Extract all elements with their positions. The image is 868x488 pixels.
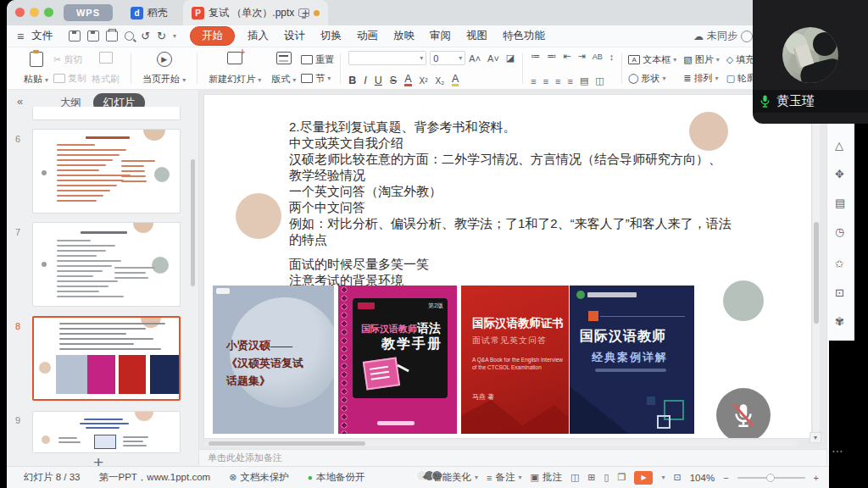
ribbon-tab-start[interactable]: 开始 [190,26,235,46]
normal-view-icon[interactable]: ◫ [570,472,579,483]
notes-button[interactable]: ≡备注▾ [487,471,521,484]
new-tab-button[interactable]: + [302,5,309,19]
italic-button[interactable]: I [364,75,366,86]
ribbon-tab-view[interactable]: 视图 [459,26,495,46]
align-left-icon[interactable]: ≡ [531,76,536,86]
new-slide-button[interactable]: 新建幻灯片 ▾ [203,50,266,87]
redo-icon[interactable]: ↻ [157,30,166,42]
reading-view-icon[interactable]: ▯ [604,472,609,483]
thumbnail-slide7[interactable] [32,222,181,307]
image-library-icon[interactable]: ▤ [835,197,845,209]
hscroll-thumb[interactable] [209,441,365,446]
hamburger-menu-icon[interactable]: ≡ [17,30,24,43]
print-icon[interactable] [106,30,118,42]
history-icon[interactable]: ◷ [835,225,844,238]
panel-scrollbar[interactable] [191,159,195,286]
decrease-indent-icon[interactable]: ⇤ [563,51,570,62]
collapse-panel-icon[interactable]: « [17,95,23,108]
columns-icon[interactable]: ◫ [595,75,604,86]
arrange-button[interactable]: ≣排列 ▾ [683,72,719,85]
increase-indent-icon[interactable]: ⇥ [577,51,585,62]
distribute-icon[interactable]: ▤ [580,75,588,86]
docer-resources-icon[interactable]: ✥ [835,168,844,180]
export-icon[interactable] [87,30,99,42]
paste-button[interactable]: 粘贴 ▾ [19,50,53,87]
more-options-icon[interactable]: ⋯ [832,444,844,458]
slide-sorter-icon[interactable]: ⊞ [587,472,595,483]
reset-button[interactable]: 重置 [301,53,334,66]
play-options-icon[interactable]: ▾ [661,474,665,481]
zoom-traffic-light[interactable] [44,8,53,17]
zoom-in-icon[interactable]: + [814,473,819,483]
ribbon-tab-animation[interactable]: 动画 [349,26,386,46]
docer-tab[interactable]: d 稻壳 [122,0,176,25]
underline-button[interactable]: U [375,75,382,86]
undo-icon[interactable]: ↺ [141,30,150,42]
account-avatar-icon[interactable] [741,30,753,42]
zoom-out-icon[interactable]: − [723,473,728,483]
menu-file[interactable]: 文件 [24,26,60,46]
format-painter-button[interactable]: 格式刷 [86,50,125,87]
effects-icon[interactable]: ✩ [835,258,844,270]
align-right-icon[interactable]: ≡ [555,76,560,86]
thumbnail-slide5-partial[interactable] [32,107,181,120]
zoom-slider[interactable] [737,477,805,479]
textbox-button[interactable]: A文本框 ▾ [628,53,676,66]
strikethrough-button[interactable]: S [390,75,397,86]
superscript-button[interactable]: X² [420,76,428,86]
picture-button[interactable]: ▧图片 ▾ [683,53,719,66]
justify-icon[interactable]: ≡ [568,76,573,86]
minimize-traffic-light[interactable] [30,8,39,17]
numbered-list-icon[interactable]: ≕ [547,51,556,62]
slide[interactable]: 2.尽量找到复试真题、背参考书和资料。 中文或英文自我介绍 汉硕老师比较在意的方… [204,95,811,438]
align-center-icon[interactable]: ≡ [543,76,548,86]
shapes-button[interactable]: ◯形状 ▾ [628,72,676,85]
close-traffic-light[interactable] [15,8,25,17]
thumbnail-slide8-selected[interactable] [32,316,181,401]
vscroll-thumb[interactable] [814,222,819,324]
ribbon-tab-insert[interactable]: 插入 [240,26,276,46]
save-icon[interactable] [69,30,81,42]
preview-icon[interactable] [125,31,134,41]
wps-home-button[interactable]: WPS [64,4,113,21]
ribbon-tab-design[interactable]: 设计 [276,26,313,46]
ribbon-tab-slideshow[interactable]: 放映 [386,26,422,46]
bold-button[interactable]: B [348,75,356,86]
scroll-down-button[interactable]: ▾ [810,432,821,443]
cut-button[interactable]: ✂剪切 [53,53,86,66]
properties-icon[interactable]: △ [835,139,843,152]
assets-icon[interactable]: ✾ [835,315,844,328]
highlight-button[interactable]: A [452,75,459,86]
ribbon-tab-review[interactable]: 审阅 [422,26,459,46]
zoom-slider-knob[interactable] [766,474,775,482]
protection-status[interactable]: ⊗文档未保护 [229,471,289,484]
ribbon-tab-features[interactable]: 特色功能 [495,26,553,46]
slideshow-play-button[interactable]: ▶ [634,471,653,485]
slide-layout-button[interactable]: 版式 ▾ [266,50,301,87]
ribbon-tab-transition[interactable]: 切换 [313,26,349,46]
font-size-select[interactable]: 0▾ [430,51,465,65]
sync-status[interactable]: ☁ 未同步 [693,29,741,43]
increase-font-icon[interactable]: A˄ [469,53,481,64]
horizontal-scrollbar[interactable] [204,441,798,446]
copy-button[interactable]: 复制 [53,72,86,85]
smart-beautify-button[interactable]: ✦智能美化▾ [421,471,478,484]
section-button[interactable]: 节 ▾ [301,72,334,85]
font-color-button[interactable]: A [404,75,411,86]
line-spacing-icon[interactable]: ↕ [609,52,615,62]
backup-status[interactable]: ●本地备份开 [308,471,365,484]
clipboard-view-icon[interactable]: ❐ [618,472,626,483]
bullet-list-icon[interactable]: ≔ [531,51,540,62]
microphone-muted-button[interactable] [716,388,771,438]
slides-pane-icon[interactable]: ⊡ [835,286,844,299]
clear-format-icon[interactable]: ◪ [506,53,515,64]
decrease-font-icon[interactable]: A˅ [487,53,499,64]
video-call-overlay[interactable]: 黄玉瑾 [753,0,868,124]
thumbnail-slide9[interactable] [32,411,181,453]
fit-screen-icon[interactable]: ⊡ [673,472,681,483]
qat-dropdown-icon[interactable]: ▾ [173,32,176,40]
font-family-select[interactable]: ▾ [348,51,426,65]
subscript-button[interactable]: X₂ [436,76,445,86]
thumbnail-slide6[interactable] [32,129,181,214]
notes-bar[interactable]: 单击此处添加备注 [199,449,826,466]
